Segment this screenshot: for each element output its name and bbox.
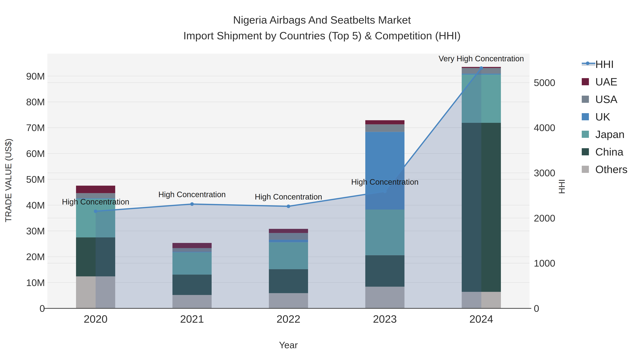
usa-swatch-icon [582,96,589,103]
annotation-2023: High Concentration [351,178,418,186]
y-right-tick-label: 1000 [534,258,555,269]
y-right-tick-label: 0 [534,303,539,314]
y-left-tick-label: 60M [26,148,45,159]
legend-item-china[interactable]: China [582,143,628,161]
hhi-point-2023[interactable] [383,190,387,193]
annotation-2020: High Concentration [62,197,129,206]
y-right-tick-label: 4000 [534,122,555,133]
bar-segment-uae-2020[interactable] [76,186,115,193]
legend-item-uae[interactable]: UAE [582,73,628,90]
hhi-legend-swatch-icon [582,60,597,68]
legend-item-usa[interactable]: USA [582,90,628,108]
legend-label-china: China [595,146,624,158]
legend-label-uae: UAE [595,76,617,88]
legend-item-hhi[interactable]: HHI [582,55,628,73]
figure: Nigeria Airbags And Seatbelts Market Imp… [0,0,644,362]
y-right-tick-label: 3000 [534,167,555,178]
hhi-point-2020[interactable] [94,210,98,213]
plot-area: 010M20M30M40M50M60M70M80M90M010002000300… [0,0,644,362]
y-right-tick-label: 5000 [534,77,555,88]
uk-swatch-icon [582,113,589,120]
bar-segment-uae-2023[interactable] [365,120,404,124]
y-left-tick-label: 0 [40,303,45,314]
hhi-point-2024[interactable] [480,66,483,70]
legend: HHI UAE USA UK Japan China Others [582,55,628,178]
annotation-2021: High Concentration [158,190,226,199]
y-left-tick-label: 70M [26,122,45,133]
china-swatch-icon [582,148,589,155]
x-axis-title: Year [235,340,342,350]
legend-label-usa: USA [595,93,617,105]
y-left-tick-label: 10M [26,277,45,288]
x-tick-label: 2021 [180,313,204,325]
y-left-axis-title: TRADE VALUE (US$) [4,151,13,222]
x-tick-label: 2022 [276,313,300,325]
x-tick-label: 2020 [84,313,108,325]
y-left-tick-label: 20M [26,251,45,262]
others-swatch-icon [582,166,589,173]
y-left-tick-label: 40M [26,200,45,211]
hhi-point-2022[interactable] [287,205,290,208]
x-tick-label: 2023 [373,313,397,325]
legend-label-uk: UK [595,111,610,123]
legend-item-others[interactable]: Others [582,161,628,178]
legend-label-japan: Japan [595,128,624,140]
uae-swatch-icon [582,78,589,85]
legend-item-japan[interactable]: Japan [582,125,628,143]
legend-label-hhi: HHI [595,58,614,70]
annotation-2024: Very High Concentration [439,54,524,63]
bar-segment-usa-2023[interactable] [365,124,404,132]
legend-item-uk[interactable]: UK [582,108,628,125]
y-left-tick-label: 30M [26,226,45,236]
annotation-2022: High Concentration [255,192,322,201]
legend-label-others: Others [595,163,628,176]
japan-swatch-icon [582,131,589,138]
y-right-tick-label: 2000 [534,213,555,223]
y-left-tick-label: 80M [26,96,45,107]
hhi-point-2021[interactable] [190,202,194,206]
x-tick-label: 2024 [470,313,493,325]
y-right-axis-title: HHI [557,153,567,221]
y-left-tick-label: 90M [26,71,45,81]
y-left-tick-label: 50M [26,174,45,185]
